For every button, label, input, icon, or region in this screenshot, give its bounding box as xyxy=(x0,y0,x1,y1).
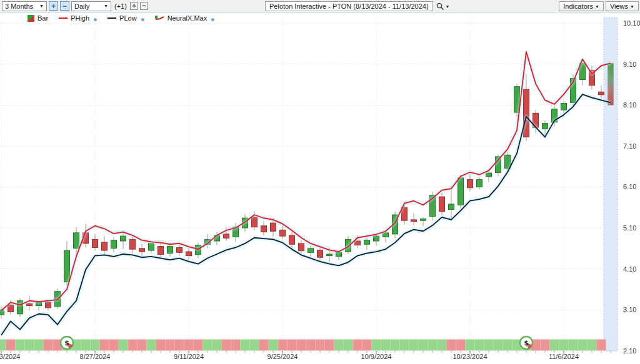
candle-body xyxy=(327,254,332,256)
y-axis-label: 5.10 xyxy=(623,224,636,232)
x-axis-label: 9/25/2024 xyxy=(268,353,298,360)
interval-select[interactable]: Daily ▼ xyxy=(71,1,111,11)
bar-offset-label: (+1) xyxy=(114,2,127,10)
dollar-icon: $ xyxy=(64,339,69,347)
candle-body xyxy=(280,230,286,236)
candle-body xyxy=(561,104,567,110)
views-button[interactable]: Views ▼ xyxy=(606,1,639,11)
candle-body xyxy=(158,247,164,255)
chevron-down-icon: ▼ xyxy=(630,4,634,9)
current-candle xyxy=(608,63,614,105)
candle-body xyxy=(139,248,145,252)
chevron-down-icon: ▼ xyxy=(595,4,599,9)
legend-settings-dot-icon[interactable] xyxy=(141,18,144,21)
candle-body xyxy=(468,180,473,188)
legend-item-phigh[interactable]: PHigh xyxy=(59,14,97,22)
candle-body xyxy=(92,239,98,247)
bar-series-icon xyxy=(28,15,34,22)
toolbar: 3 Months ▼ + − Daily ▼ (+1) + − Peloton … xyxy=(0,0,640,12)
candle-body xyxy=(308,248,314,253)
x-axis-label: 9/11/2024 xyxy=(174,353,204,360)
candle-body xyxy=(477,180,482,187)
y-axis-label: 9.10 xyxy=(623,61,636,68)
y-axis-label: 4.10 xyxy=(623,265,636,273)
candle-body xyxy=(449,204,454,210)
y-axis-label: 8.10 xyxy=(623,101,636,109)
neuralx-max-icon xyxy=(155,15,164,21)
candle-body xyxy=(186,252,192,256)
zoom-out-button[interactable]: − xyxy=(60,1,69,11)
earnings-badge[interactable]: $ xyxy=(61,337,73,349)
candle-body xyxy=(111,240,117,248)
legend-item-plow[interactable]: PLow xyxy=(108,14,144,22)
candle-body xyxy=(411,220,417,222)
legend-settings-dot-icon[interactable] xyxy=(94,18,97,21)
neuralx-signal-strip xyxy=(0,340,606,351)
candle-body xyxy=(458,178,464,205)
range-select[interactable]: 3 Months ▼ xyxy=(2,1,47,11)
y-axis-label: 6.10 xyxy=(623,183,636,190)
candle-body xyxy=(271,223,276,231)
candle-body xyxy=(599,92,604,95)
y-axis: 10.109.108.107.106.105.104.103.102.10 xyxy=(623,19,640,355)
y-axis-label: 10.10 xyxy=(623,19,640,27)
y-axis-label: 3.10 xyxy=(623,306,636,313)
legend-item-bar[interactable]: Bar xyxy=(28,14,48,22)
candle-body xyxy=(121,236,126,241)
x-axis: 8/13/20248/27/20249/11/20249/25/202410/9… xyxy=(0,351,616,360)
indicators-button[interactable]: Indicators ▼ xyxy=(559,1,604,11)
step-back-button[interactable]: − xyxy=(140,2,148,10)
symbol-title[interactable]: Peloton Interactive - PTON (8/13/2024 - … xyxy=(265,1,433,11)
candle-body xyxy=(46,302,51,308)
chevron-down-icon: ▼ xyxy=(99,4,108,8)
x-axis-label: 10/23/2024 xyxy=(452,353,487,360)
step-forward-button[interactable]: + xyxy=(130,2,138,10)
x-axis-label: 8/27/2024 xyxy=(80,353,111,360)
zoom-in-button[interactable]: + xyxy=(49,1,58,11)
candle-body xyxy=(27,303,32,305)
candle-body xyxy=(289,235,295,244)
candle-body xyxy=(486,173,492,177)
chart-legend: Bar PHigh PLow NeuralX.Max xyxy=(28,14,214,22)
candle-body xyxy=(542,124,548,129)
x-axis-label: 11/6/2024 xyxy=(549,353,579,360)
candle-body xyxy=(374,236,379,241)
legend-label: PLow xyxy=(119,14,137,22)
candle-body xyxy=(364,240,370,245)
views-button-label: Views xyxy=(610,2,628,10)
chevron-down-icon: ▼ xyxy=(446,4,450,9)
y-axis-label: 7.10 xyxy=(623,142,636,150)
range-select-value: 3 Months xyxy=(5,2,33,10)
phigh-line-icon xyxy=(59,17,68,19)
candle-body xyxy=(318,250,323,257)
candle-body xyxy=(299,243,304,251)
plow-line xyxy=(1,94,611,335)
indicators-button-label: Indicators xyxy=(563,2,593,10)
candle-body xyxy=(261,226,267,232)
legend-settings-dot-icon[interactable] xyxy=(211,18,214,21)
plow-line-icon xyxy=(108,17,116,19)
candle-body xyxy=(149,243,154,250)
search-icon xyxy=(436,2,444,11)
legend-label: PHigh xyxy=(71,14,89,22)
symbol-search[interactable]: ▼ xyxy=(436,2,450,11)
candle-body xyxy=(224,234,229,239)
candle-body xyxy=(439,197,445,212)
price-chart-canvas[interactable]: 8/13/20248/27/20249/11/20249/25/202410/9… xyxy=(0,12,640,364)
dollar-icon: $ xyxy=(524,339,529,347)
legend-item-neuralx-max[interactable]: NeuralX.Max xyxy=(155,14,215,22)
candle-body xyxy=(177,247,182,252)
x-axis-label: 8/13/2024 xyxy=(0,353,20,360)
candle-body xyxy=(102,242,108,250)
y-axis-label: 2.10 xyxy=(623,347,636,355)
candle-body xyxy=(168,247,173,253)
plow-glow xyxy=(1,94,611,335)
symbol-title-group: Peloton Interactive - PTON (8/13/2024 - … xyxy=(265,1,450,11)
earnings-badge[interactable]: $ xyxy=(520,337,532,349)
candle-body xyxy=(421,219,426,221)
legend-label: Bar xyxy=(38,14,48,22)
legend-label: NeuralX.Max xyxy=(168,14,208,22)
chevron-down-icon: ▼ xyxy=(34,4,44,8)
candle-body xyxy=(74,233,79,248)
interval-select-value: Daily xyxy=(74,2,89,10)
